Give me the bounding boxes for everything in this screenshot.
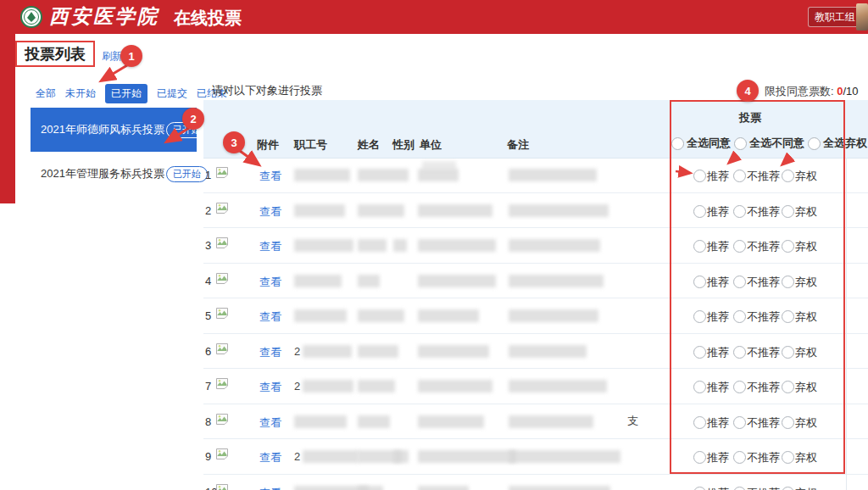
vote-radio-不推荐[interactable] xyxy=(733,240,746,253)
row-index: 2 xyxy=(205,204,211,217)
vote-radio-弃权[interactable] xyxy=(782,170,794,182)
status-filter-tabs: 全部未开始已开始已提交已结束 xyxy=(36,84,227,103)
row-index: 1 xyxy=(205,169,211,181)
employee-id-fragment: 2 xyxy=(294,450,300,463)
refresh-link[interactable]: 刷新 xyxy=(102,49,122,64)
redacted-text xyxy=(418,309,479,322)
app-header: 西安医学院 在线投票 教职工组 ▼ xyxy=(0,0,868,34)
table-row: 9查看2推荐不推荐弃权 xyxy=(203,439,868,475)
row-index: 5 xyxy=(205,309,211,322)
view-attachment-link[interactable]: 查看 xyxy=(259,450,281,465)
redacted-text xyxy=(303,450,359,463)
redacted-text xyxy=(393,239,407,252)
vote-radio-不推荐[interactable] xyxy=(733,416,746,429)
table-row: 6查看2推荐不推荐弃权 xyxy=(203,334,868,370)
view-attachment-link[interactable]: 查看 xyxy=(259,169,281,184)
vote-option-label: 推荐 xyxy=(707,275,729,290)
vote-radio-弃权[interactable] xyxy=(782,487,794,490)
view-attachment-link[interactable]: 查看 xyxy=(259,309,281,325)
vote-radio-弃权[interactable] xyxy=(782,381,794,393)
redacted-text xyxy=(303,380,353,393)
select-all-radio-1[interactable] xyxy=(671,137,684,150)
redacted-text xyxy=(509,450,620,463)
view-attachment-link[interactable]: 查看 xyxy=(259,415,281,431)
vote-radio-推荐[interactable] xyxy=(693,276,706,288)
table-row: 7查看2推荐不推荐弃权 xyxy=(203,369,868,404)
vote-radio-弃权[interactable] xyxy=(782,240,794,253)
filter-tab-2[interactable]: 未开始 xyxy=(65,86,96,101)
vote-option-label: 弃权 xyxy=(795,450,817,465)
view-attachment-link[interactable]: 查看 xyxy=(259,204,281,220)
vote-radio-推荐[interactable] xyxy=(693,487,706,490)
vote-prompt: 请对以下对象进行投票 xyxy=(212,83,322,98)
vote-radio-不推荐[interactable] xyxy=(733,205,746,218)
vote-radio-弃权[interactable] xyxy=(782,276,794,288)
redacted-text xyxy=(509,309,598,322)
ballot-item-1[interactable]: 2021年师德师风标兵投票已开始 xyxy=(31,108,197,152)
broken-image-icon xyxy=(215,377,230,393)
vote-option-label: 弃权 xyxy=(795,415,817,431)
user-avatar[interactable] xyxy=(856,3,868,31)
vote-radio-弃权[interactable] xyxy=(782,416,794,429)
vote-limit: 限投同意票数: 0/10 xyxy=(765,84,859,99)
view-attachment-link[interactable]: 查看 xyxy=(259,275,281,290)
vote-radio-不推荐[interactable] xyxy=(733,346,746,359)
broken-image-icon xyxy=(215,237,230,252)
view-attachment-link[interactable]: 查看 xyxy=(259,380,281,395)
redacted-text xyxy=(418,380,492,393)
redacted-text xyxy=(294,169,350,181)
table-header: 投票 附件职工号姓名性别单位备注 全选同意全选不同意全选弃权 xyxy=(203,100,868,159)
vote-option-label: 不推荐 xyxy=(747,169,780,184)
redacted-text xyxy=(509,239,600,252)
redacted-text xyxy=(358,275,380,287)
vote-radio-不推荐[interactable] xyxy=(733,381,746,393)
vote-radio-弃权[interactable] xyxy=(782,346,794,359)
redacted-text xyxy=(393,450,409,463)
vote-radio-推荐[interactable] xyxy=(693,240,706,253)
vote-radio-不推荐[interactable] xyxy=(733,170,746,182)
select-all-radio-3[interactable] xyxy=(808,137,821,150)
vote-option-label: 推荐 xyxy=(707,415,729,431)
vote-radio-弃权[interactable] xyxy=(782,205,794,218)
filter-tab-3[interactable]: 已开始 xyxy=(105,84,147,103)
vote-radio-推荐[interactable] xyxy=(693,346,706,359)
vote-option-label: 弃权 xyxy=(795,169,817,184)
vote-option-label: 推荐 xyxy=(707,204,729,220)
broken-image-icon xyxy=(215,307,230,322)
broken-image-icon xyxy=(215,448,230,463)
user-group-label: 教职工组 xyxy=(815,10,855,25)
vote-radio-不推荐[interactable] xyxy=(733,276,746,288)
app-title: 在线投票 xyxy=(174,7,242,30)
filter-tab-1[interactable]: 全部 xyxy=(36,86,56,101)
vote-radio-不推荐[interactable] xyxy=(733,487,746,490)
vote-radio-推荐[interactable] xyxy=(693,416,706,429)
school-logo-icon xyxy=(20,6,42,28)
filter-tab-4[interactable]: 已提交 xyxy=(157,86,187,101)
vote-radio-推荐[interactable] xyxy=(693,310,706,323)
view-attachment-link[interactable]: 查看 xyxy=(259,239,281,254)
vote-radio-不推荐[interactable] xyxy=(733,451,746,464)
redacted-text xyxy=(418,275,496,287)
vote-radio-推荐[interactable] xyxy=(693,170,706,182)
employee-id-fragment: 2 xyxy=(294,345,300,358)
ballot-item-2[interactable]: 2021年管理服务标兵投票已开始 xyxy=(31,162,197,186)
vote-option-label: 不推荐 xyxy=(747,239,780,254)
redacted-text xyxy=(509,415,593,428)
ballot-title: 2021年管理服务标兵投票 xyxy=(41,166,164,181)
vote-option-label: 不推荐 xyxy=(747,275,780,290)
view-attachment-link[interactable]: 查看 xyxy=(259,345,281,360)
vote-radio-弃权[interactable] xyxy=(782,310,794,323)
select-all-radio-2[interactable] xyxy=(734,137,747,150)
redacted-text xyxy=(294,204,345,217)
vote-radio-不推荐[interactable] xyxy=(733,310,746,323)
vote-option-label: 不推荐 xyxy=(747,345,780,360)
vote-radio-推荐[interactable] xyxy=(693,205,706,218)
row-index: 7 xyxy=(205,380,211,393)
vote-radio-弃权[interactable] xyxy=(782,451,794,464)
view-attachment-link[interactable]: 查看 xyxy=(259,486,281,490)
vote-radio-推荐[interactable] xyxy=(693,451,706,464)
vote-option-label: 不推荐 xyxy=(747,309,780,325)
column-header-2: 职工号 xyxy=(294,137,327,153)
annotation-step-4: 4 xyxy=(737,80,759,102)
vote-radio-推荐[interactable] xyxy=(693,381,706,393)
